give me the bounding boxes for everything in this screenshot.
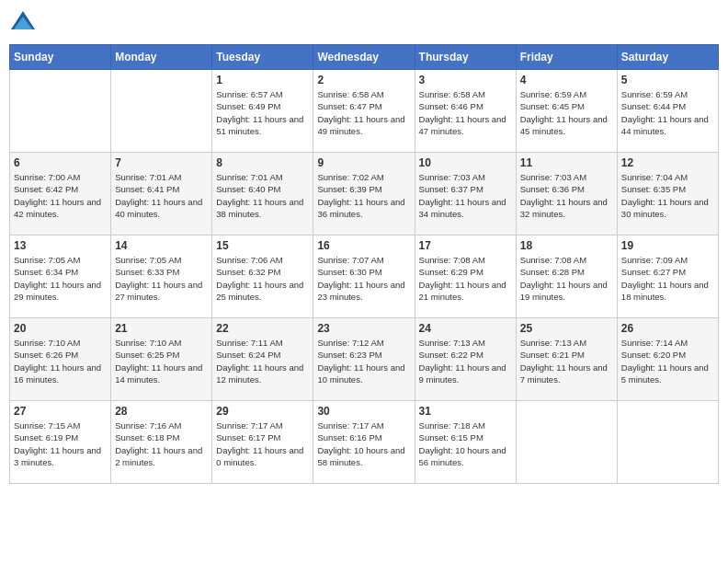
calendar-cell: 24Sunrise: 7:13 AM Sunset: 6:22 PM Dayli… <box>415 318 516 401</box>
day-number: 13 <box>14 239 107 252</box>
page-header <box>9 9 719 37</box>
day-info: Sunrise: 7:17 AM Sunset: 6:17 PM Dayligh… <box>216 419 309 468</box>
day-info: Sunrise: 7:05 AM Sunset: 6:34 PM Dayligh… <box>14 254 107 303</box>
calendar-cell: 21Sunrise: 7:10 AM Sunset: 6:25 PM Dayli… <box>111 318 212 401</box>
day-number: 18 <box>520 239 613 252</box>
weekday-header-sunday: Sunday <box>10 45 111 70</box>
calendar-cell <box>111 70 212 153</box>
day-info: Sunrise: 7:04 AM Sunset: 6:35 PM Dayligh… <box>621 171 714 220</box>
day-number: 1 <box>216 74 309 86</box>
calendar-cell: 30Sunrise: 7:17 AM Sunset: 6:16 PM Dayli… <box>313 401 415 484</box>
day-info: Sunrise: 7:01 AM Sunset: 6:41 PM Dayligh… <box>115 171 208 220</box>
calendar-week-5: 27Sunrise: 7:15 AM Sunset: 6:19 PM Dayli… <box>10 401 719 484</box>
calendar-cell: 3Sunrise: 6:58 AM Sunset: 6:46 PM Daylig… <box>415 70 516 153</box>
weekday-header-tuesday: Tuesday <box>212 45 313 70</box>
day-info: Sunrise: 6:58 AM Sunset: 6:47 PM Dayligh… <box>317 88 410 137</box>
calendar-cell: 5Sunrise: 6:59 AM Sunset: 6:44 PM Daylig… <box>617 70 718 153</box>
calendar-cell: 6Sunrise: 7:00 AM Sunset: 6:42 PM Daylig… <box>10 153 111 236</box>
calendar-cell: 7Sunrise: 7:01 AM Sunset: 6:41 PM Daylig… <box>111 153 212 236</box>
day-info: Sunrise: 7:10 AM Sunset: 6:26 PM Dayligh… <box>14 337 107 385</box>
day-number: 27 <box>14 405 107 418</box>
day-info: Sunrise: 7:08 AM Sunset: 6:29 PM Dayligh… <box>419 254 512 303</box>
calendar-week-3: 13Sunrise: 7:05 AM Sunset: 6:34 PM Dayli… <box>10 236 719 318</box>
day-info: Sunrise: 7:00 AM Sunset: 6:42 PM Dayligh… <box>14 171 107 220</box>
calendar-cell: 17Sunrise: 7:08 AM Sunset: 6:29 PM Dayli… <box>415 236 516 318</box>
calendar-cell: 19Sunrise: 7:09 AM Sunset: 6:27 PM Dayli… <box>617 236 718 318</box>
day-number: 21 <box>115 322 208 335</box>
calendar-cell: 29Sunrise: 7:17 AM Sunset: 6:17 PM Dayli… <box>212 401 313 484</box>
calendar-cell <box>10 70 111 153</box>
calendar-cell: 11Sunrise: 7:03 AM Sunset: 6:36 PM Dayli… <box>516 153 617 236</box>
day-number: 12 <box>621 156 714 169</box>
calendar-cell: 23Sunrise: 7:12 AM Sunset: 6:23 PM Dayli… <box>313 318 415 401</box>
day-info: Sunrise: 7:16 AM Sunset: 6:18 PM Dayligh… <box>115 419 208 468</box>
day-number: 28 <box>115 405 208 418</box>
calendar-cell: 20Sunrise: 7:10 AM Sunset: 6:26 PM Dayli… <box>10 318 111 401</box>
day-info: Sunrise: 7:18 AM Sunset: 6:15 PM Dayligh… <box>419 419 512 468</box>
day-number: 23 <box>317 322 410 335</box>
calendar-cell: 8Sunrise: 7:01 AM Sunset: 6:40 PM Daylig… <box>212 153 313 236</box>
day-number: 3 <box>419 74 512 86</box>
day-number: 26 <box>621 322 714 335</box>
day-number: 14 <box>115 239 208 252</box>
day-info: Sunrise: 7:17 AM Sunset: 6:16 PM Dayligh… <box>317 419 410 468</box>
day-number: 17 <box>419 239 512 252</box>
calendar-cell: 22Sunrise: 7:11 AM Sunset: 6:24 PM Dayli… <box>212 318 313 401</box>
calendar-body: 1Sunrise: 6:57 AM Sunset: 6:49 PM Daylig… <box>10 70 719 484</box>
day-number: 15 <box>216 239 309 252</box>
day-number: 24 <box>419 322 512 335</box>
day-info: Sunrise: 7:11 AM Sunset: 6:24 PM Dayligh… <box>216 337 309 385</box>
day-info: Sunrise: 7:09 AM Sunset: 6:27 PM Dayligh… <box>621 254 714 303</box>
day-info: Sunrise: 7:15 AM Sunset: 6:19 PM Dayligh… <box>14 419 107 468</box>
day-number: 2 <box>317 74 410 86</box>
calendar-cell: 9Sunrise: 7:02 AM Sunset: 6:39 PM Daylig… <box>313 153 415 236</box>
day-number: 8 <box>216 156 309 169</box>
day-number: 10 <box>419 156 512 169</box>
day-info: Sunrise: 7:03 AM Sunset: 6:37 PM Dayligh… <box>419 171 512 220</box>
day-number: 30 <box>317 405 410 418</box>
calendar-week-2: 6Sunrise: 7:00 AM Sunset: 6:42 PM Daylig… <box>10 153 719 236</box>
calendar-cell: 10Sunrise: 7:03 AM Sunset: 6:37 PM Dayli… <box>415 153 516 236</box>
calendar-header: SundayMondayTuesdayWednesdayThursdayFrid… <box>10 45 719 70</box>
day-number: 4 <box>520 74 613 86</box>
calendar-cell: 31Sunrise: 7:18 AM Sunset: 6:15 PM Dayli… <box>415 401 516 484</box>
logo <box>9 9 40 37</box>
day-number: 25 <box>520 322 613 335</box>
day-number: 6 <box>14 156 107 169</box>
day-info: Sunrise: 7:01 AM Sunset: 6:40 PM Dayligh… <box>216 171 309 220</box>
day-info: Sunrise: 6:59 AM Sunset: 6:45 PM Dayligh… <box>520 88 613 137</box>
calendar-cell: 28Sunrise: 7:16 AM Sunset: 6:18 PM Dayli… <box>111 401 212 484</box>
calendar-table: SundayMondayTuesdayWednesdayThursdayFrid… <box>9 44 719 484</box>
calendar-cell: 2Sunrise: 6:58 AM Sunset: 6:47 PM Daylig… <box>313 70 415 153</box>
day-info: Sunrise: 7:02 AM Sunset: 6:39 PM Dayligh… <box>317 171 410 220</box>
logo-icon <box>9 9 37 37</box>
weekday-header-wednesday: Wednesday <box>313 45 415 70</box>
calendar-cell: 13Sunrise: 7:05 AM Sunset: 6:34 PM Dayli… <box>10 236 111 318</box>
weekday-header-thursday: Thursday <box>415 45 516 70</box>
day-info: Sunrise: 7:13 AM Sunset: 6:22 PM Dayligh… <box>419 337 512 385</box>
calendar-cell: 1Sunrise: 6:57 AM Sunset: 6:49 PM Daylig… <box>212 70 313 153</box>
day-info: Sunrise: 7:14 AM Sunset: 6:20 PM Dayligh… <box>621 337 714 385</box>
day-number: 20 <box>14 322 107 335</box>
day-number: 7 <box>115 156 208 169</box>
day-number: 11 <box>520 156 613 169</box>
day-info: Sunrise: 7:08 AM Sunset: 6:28 PM Dayligh… <box>520 254 613 303</box>
day-info: Sunrise: 7:06 AM Sunset: 6:32 PM Dayligh… <box>216 254 309 303</box>
day-info: Sunrise: 6:59 AM Sunset: 6:44 PM Dayligh… <box>621 88 714 137</box>
day-number: 16 <box>317 239 410 252</box>
day-info: Sunrise: 7:13 AM Sunset: 6:21 PM Dayligh… <box>520 337 613 385</box>
calendar-cell: 15Sunrise: 7:06 AM Sunset: 6:32 PM Dayli… <box>212 236 313 318</box>
calendar-cell <box>617 401 718 484</box>
calendar-cell: 18Sunrise: 7:08 AM Sunset: 6:28 PM Dayli… <box>516 236 617 318</box>
day-info: Sunrise: 6:58 AM Sunset: 6:46 PM Dayligh… <box>419 88 512 137</box>
day-info: Sunrise: 7:10 AM Sunset: 6:25 PM Dayligh… <box>115 337 208 385</box>
day-info: Sunrise: 6:57 AM Sunset: 6:49 PM Dayligh… <box>216 88 309 137</box>
day-info: Sunrise: 7:03 AM Sunset: 6:36 PM Dayligh… <box>520 171 613 220</box>
weekday-header-saturday: Saturday <box>617 45 718 70</box>
calendar-cell: 27Sunrise: 7:15 AM Sunset: 6:19 PM Dayli… <box>10 401 111 484</box>
day-number: 9 <box>317 156 410 169</box>
calendar-week-1: 1Sunrise: 6:57 AM Sunset: 6:49 PM Daylig… <box>10 70 719 153</box>
calendar-cell: 12Sunrise: 7:04 AM Sunset: 6:35 PM Dayli… <box>617 153 718 236</box>
weekday-header-monday: Monday <box>111 45 212 70</box>
day-number: 19 <box>621 239 714 252</box>
